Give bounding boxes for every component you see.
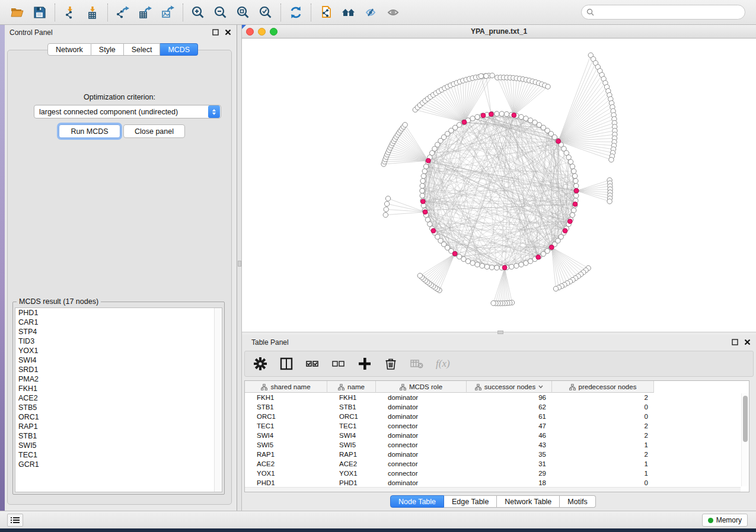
mcds-result-item[interactable]: PHD1	[15, 308, 222, 318]
cell[interactable]: STB1	[245, 403, 327, 411]
automation-panel-button[interactable]	[7, 514, 23, 527]
cell[interactable]: 62	[467, 403, 552, 411]
cell[interactable]: ACE2	[327, 460, 376, 467]
mcds-result-item[interactable]: SWI5	[15, 441, 222, 450]
close-panel-action-button[interactable]: Close panel	[123, 124, 185, 138]
tab-style[interactable]: Style	[91, 43, 124, 56]
cell[interactable]: ORC1	[245, 413, 327, 420]
mcds-result-item[interactable]: SWI4	[15, 355, 222, 365]
tab-network[interactable]: Network	[47, 43, 91, 56]
run-mcds-button[interactable]: Run MCDS	[59, 124, 120, 138]
tab-edge-table[interactable]: Edge Table	[444, 495, 497, 508]
show-columns-button[interactable]	[279, 357, 294, 371]
cell[interactable]: 29	[467, 470, 552, 477]
column-header-MCDS-role[interactable]: MCDS role	[376, 381, 467, 393]
table-row[interactable]: TEC1TEC1connector472	[245, 421, 741, 431]
cell[interactable]: ACE2	[245, 460, 327, 467]
cell[interactable]: dominator	[376, 394, 467, 401]
mcds-result-item[interactable]: TEC1	[15, 450, 222, 460]
open-file-button[interactable]	[6, 2, 28, 23]
cell[interactable]: 2	[552, 394, 654, 401]
cell[interactable]: YOX1	[327, 470, 376, 477]
cell[interactable]: STB1	[327, 403, 376, 411]
cell[interactable]: 18	[467, 479, 552, 486]
mcds-result-item[interactable]: PMA2	[15, 374, 222, 384]
cell[interactable]: 2	[552, 451, 654, 458]
mcds-result-list[interactable]: PHD1CAR1STP4TID3YOX1SWI4SRD1PMA2FKH1ACE2…	[15, 307, 222, 492]
export-table-button[interactable]	[134, 2, 157, 23]
tab-mcds[interactable]: MCDS	[160, 43, 198, 56]
table-row[interactable]: ORC1ORC1dominator610	[245, 412, 741, 421]
cell[interactable]: 35	[467, 451, 552, 458]
cell[interactable]: 47	[467, 422, 552, 430]
cell[interactable]: 46	[467, 432, 552, 439]
mcds-result-item[interactable]: SRD1	[15, 365, 222, 374]
cell[interactable]: 43	[467, 441, 552, 448]
vertical-splitter[interactable]	[237, 25, 242, 511]
cell[interactable]: ORC1	[327, 413, 376, 420]
tab-select[interactable]: Select	[124, 43, 161, 56]
cell[interactable]: dominator	[376, 451, 467, 458]
search-input[interactable]	[594, 7, 745, 18]
table-row[interactable]: SWI4SWI4dominator462	[245, 431, 741, 440]
memory-button[interactable]: Memory	[702, 514, 748, 527]
cell[interactable]: SWI5	[327, 441, 376, 448]
zoom-out-button[interactable]	[209, 2, 232, 23]
network-canvas[interactable]	[242, 39, 756, 332]
cell[interactable]: 1	[552, 460, 654, 467]
cell[interactable]: SWI5	[245, 441, 327, 448]
cell[interactable]: 0	[552, 479, 654, 486]
import-table-button[interactable]	[81, 2, 104, 23]
mcds-result-item[interactable]: STP4	[15, 327, 222, 336]
mcds-result-item[interactable]: RAP1	[15, 422, 222, 431]
cell[interactable]: connector	[376, 460, 467, 467]
column-header-shared-name[interactable]: shared name	[245, 381, 327, 393]
cell[interactable]: PHD1	[327, 479, 376, 486]
cell[interactable]: SWI4	[245, 432, 327, 439]
mcds-result-item[interactable]: TID3	[15, 336, 222, 346]
column-header-predecessor-nodes[interactable]: predecessor nodes	[552, 381, 654, 393]
close-table-panel-button[interactable]	[744, 338, 751, 346]
mcds-result-item[interactable]: FKH1	[15, 384, 222, 393]
column-header-name[interactable]: name	[327, 381, 376, 393]
cell[interactable]: 1	[552, 470, 654, 477]
cell[interactable]: 96	[467, 394, 552, 401]
import-network-button[interactable]	[59, 2, 81, 23]
cell[interactable]: 0	[552, 403, 654, 411]
cell[interactable]: dominator	[376, 413, 467, 420]
zoom-in-button[interactable]	[187, 2, 209, 23]
table-row[interactable]: ACE2ACE2connector311	[245, 459, 741, 469]
table-row[interactable]: RAP1RAP1dominator352	[245, 450, 741, 459]
cell[interactable]: connector	[376, 441, 467, 448]
table-row[interactable]: FKH1FKH1dominator962	[245, 393, 741, 402]
cell[interactable]: TEC1	[245, 422, 327, 430]
cell[interactable]: connector	[376, 422, 467, 430]
cell[interactable]: 1	[552, 441, 654, 448]
cell[interactable]: FKH1	[327, 394, 376, 401]
change-table-mode-button[interactable]	[253, 357, 267, 371]
tab-network-table[interactable]: Network Table	[497, 495, 560, 508]
cell[interactable]: dominator	[376, 432, 467, 439]
mcds-result-item[interactable]: YOX1	[15, 346, 222, 355]
cell[interactable]: dominator	[376, 479, 467, 486]
cell[interactable]: TEC1	[327, 422, 376, 430]
zoom-fit-button[interactable]	[232, 2, 254, 23]
table-row[interactable]: PHD1PHD1dominator180	[245, 478, 741, 487]
hide-graphics-details-button[interactable]	[360, 2, 382, 23]
cell[interactable]: 31	[467, 460, 552, 467]
cell[interactable]: SWI4	[327, 432, 376, 439]
mcds-list-scrollbar[interactable]	[214, 308, 222, 492]
scrollbar-thumb[interactable]	[743, 396, 748, 442]
cell[interactable]: 0	[552, 413, 654, 420]
unselect-all-columns-button[interactable]	[331, 357, 346, 371]
criterion-dropdown[interactable]: largest connected component (undirected)	[34, 105, 221, 118]
cell[interactable]: PHD1	[245, 479, 327, 486]
table-row[interactable]: STB1STB1dominator620	[245, 402, 741, 412]
mcds-result-item[interactable]: STB5	[15, 403, 222, 412]
cell[interactable]: 2	[552, 422, 654, 430]
mcds-result-item[interactable]: GCR1	[15, 460, 222, 469]
cell[interactable]: 61	[467, 413, 552, 420]
cell[interactable]: RAP1	[327, 451, 376, 458]
cell[interactable]: FKH1	[245, 394, 327, 401]
table-horizontal-scrollbar[interactable]	[245, 487, 741, 492]
